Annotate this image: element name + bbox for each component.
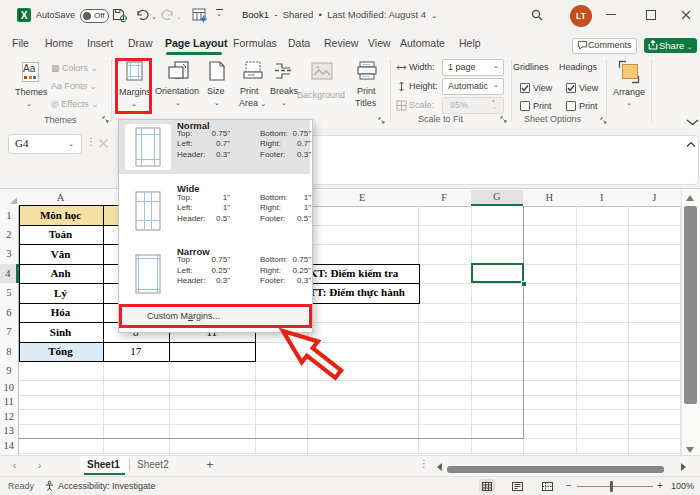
svg-text:X: X: [21, 10, 28, 21]
